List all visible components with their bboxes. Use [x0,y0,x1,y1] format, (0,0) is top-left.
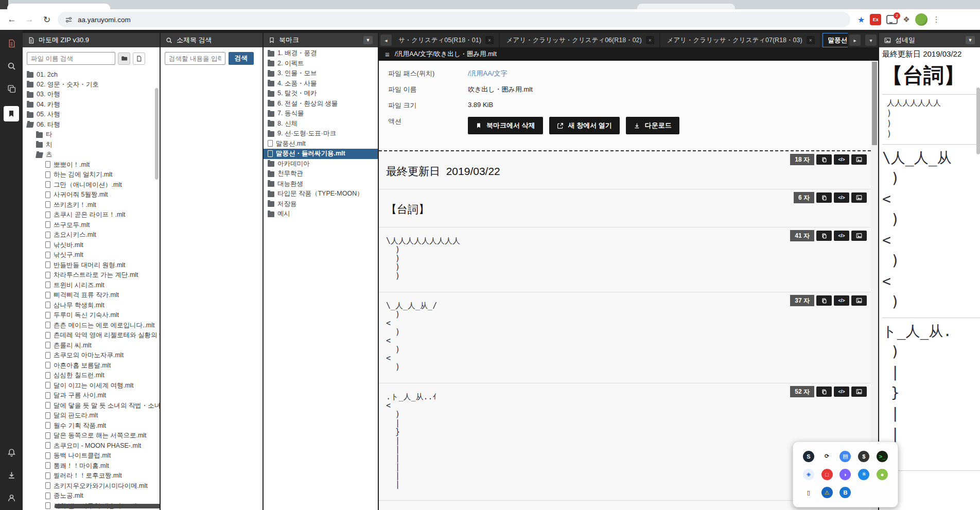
tree-row[interactable]: 낚싯바.mlt [23,240,160,251]
file-filter-button[interactable] [133,52,145,65]
tree-row[interactable]: 두루미 독신 기숙사.mlt [23,310,160,321]
tab-close-icon[interactable]: × [807,36,815,44]
tree-row[interactable]: 달의 판도라.mlt [23,411,160,421]
tray-icon[interactable]: S [803,451,814,462]
bookmark-row[interactable]: 예시 [264,209,378,219]
back-button[interactable]: ← [5,13,19,26]
aa-tab[interactable]: メアリ・クラリッサ・クリスティ06(R18・02) × [501,33,660,47]
folder-filter-button[interactable] [118,52,130,65]
address-bar[interactable]: aa.yaruyomi.com [58,12,850,27]
forward-button[interactable]: → [23,13,36,26]
tree-row[interactable]: 츠 [23,150,160,160]
tree-row[interactable]: 아흔아홉 보름달.mlt [23,361,160,371]
chat-extension-icon[interactable]: 2 [886,15,898,24]
tree-row[interactable]: 치 [23,140,160,150]
tree-row[interactable]: 하는 김에 얼치기.mlt [23,170,160,180]
zip-horizontal-scrollbar[interactable] [55,504,160,508]
tray-icon[interactable]: ▯ [803,487,814,498]
extensions-puzzle-icon[interactable]: ❖ [903,15,909,24]
browser-tab-active[interactable] [7,4,110,9]
tree-row[interactable]: 찔러라！！로후코짱.mlt [23,471,160,481]
tree-row[interactable]: 03. 아행 [23,90,160,100]
tray-icon[interactable]: $ [858,451,869,462]
copy-button[interactable] [816,192,832,203]
image-export-button[interactable] [851,154,867,165]
tree-row[interactable]: 심심한 칠드런.mlt [23,371,160,381]
tab-close-icon[interactable]: × [485,36,494,44]
delete-bookmark-button[interactable]: 북마크에서 삭제 [468,117,543,134]
image-export-button[interactable] [851,386,867,397]
tree-row[interactable]: 삼나무 학생회.mlt [23,301,160,311]
tree-row[interactable]: 01. 2ch [23,69,160,80]
file-name-search-input[interactable] [27,52,115,65]
ex-extension-icon[interactable]: Ex [870,14,881,25]
tree-row[interactable]: 동백 나이트클럽.mlt [23,451,160,461]
thumbnail-block[interactable]: 人人人人人人人 ) ) ) [882,95,980,145]
bookmark-row[interactable]: 2. 이펙트 [264,59,378,69]
bookmark-row[interactable]: 5. 탈것・메카 [264,89,378,99]
thumbnail-block[interactable]: \人_人_从 ) < ) < ) < ) [882,145,980,318]
tree-row[interactable]: 트윈비 시리즈.mlt [23,280,160,291]
bookmark-row[interactable]: 6. 전설・환상의 생물 [264,99,378,109]
list-menu-icon[interactable]: ≡ [385,50,390,59]
bookmark-view-icon[interactable] [4,106,19,121]
bookmark-row[interactable]: 8. 신체 [264,119,378,129]
subtitle-search-input[interactable] [165,52,225,65]
aa-tab[interactable]: サ・クリスティ05(R18・01) × [393,33,500,47]
tree-row[interactable]: 낚싯구.mlt [23,250,160,260]
code-view-button[interactable]: </> [834,192,849,203]
bookmark-row[interactable]: 저장용 [264,199,378,209]
bookmark-row[interactable]: 아카데미아 [264,159,378,169]
bookmark-row[interactable]: 타입문 작품（TYPE-MOON） [264,189,378,199]
tree-row[interactable]: 그만（애니메이션）.mlt [23,180,160,190]
code-view-button[interactable]: </> [834,386,849,397]
tree-row[interactable]: 타 [23,130,160,140]
tray-icon[interactable]: ◈ [803,469,814,480]
tree-row[interactable]: 종노공.mlt [23,491,160,501]
copy-button[interactable] [816,386,832,397]
downloads-icon[interactable] [6,470,16,480]
tree-row[interactable]: 달과 구름 사이.mlt [23,391,160,401]
aa-tab[interactable]: メアリ・クラリッサ・クリスティ07(R18・03) × [662,33,821,47]
tree-row[interactable]: 삐걱삐걱 표류 작가.mlt [23,290,160,301]
tree-row[interactable]: 츤츤 메이드는 에로 에로입니다..mlt [23,321,160,331]
copy-button[interactable] [816,154,832,165]
subtitle-search-button[interactable]: 검색 [229,52,254,65]
menu-kebab-icon[interactable]: ⋮ [933,15,940,24]
profile-avatar[interactable] [915,13,927,26]
archive-file-icon[interactable] [6,38,16,48]
tree-row[interactable]: 06. 타행 [23,120,160,130]
tree-row[interactable]: 츠쿠모의 아마노자쿠.mlt [23,350,160,361]
download-button[interactable]: 다운로드 [626,117,679,134]
zip-vertical-scrollbar[interactable] [155,88,159,180]
bookmark-row[interactable]: 9. 선·도형·도표·마크 [264,129,378,139]
bookmark-row[interactable]: 1. 배경・풍경 [264,48,378,59]
image-export-button[interactable] [851,231,867,241]
bookmark-star-icon[interactable]: ★ [857,15,865,25]
tray-icon[interactable]: ✳ [858,469,869,480]
bookmark-row[interactable]: 말풍선・둘러싸기용.mlt [264,149,378,159]
tree-row[interactable]: 츤데레 악역 영애 리젤로테와 실황의 엔 [23,330,160,341]
bookmark-dropdown-button[interactable]: ▼ [363,36,373,44]
reload-button[interactable]: ↻ [40,13,54,26]
tray-icon[interactable]: ⟳ [821,451,833,462]
aa-tab[interactable]: 말풍선・둘러싸기용 × [822,33,848,47]
tree-row[interactable]: 달이 이끄는 이세계 여행.mlt [23,381,160,391]
tree-row[interactable]: 츤롤리 씨.mlt [23,341,160,351]
bookmark-row[interactable]: 3. 인물・모브 [264,68,378,79]
tray-icon[interactable]: ▤ [839,451,851,462]
code-view-button[interactable]: </> [834,231,849,241]
browser-tab-other[interactable] [637,4,735,9]
tabs-dropdown-button[interactable]: ▾ [865,34,877,46]
tree-row[interactable]: 츠쿠요미 - MOON PHASE-.mlt [23,441,160,451]
tabs-scroll-left-button[interactable]: ◂ [380,34,392,46]
bookmark-row[interactable]: 천무학관 [264,169,378,179]
tree-row[interactable]: 04. 카행 [23,100,160,110]
tray-icon[interactable]: B [839,487,851,498]
tree-row[interactable]: 뽀뽀이！.mlt [23,160,160,170]
tree-row[interactable]: 쓰구모두.mlt [23,220,160,231]
tree-row[interactable]: 쓰키츠키！.mlt [23,200,160,210]
image-export-button[interactable] [851,295,867,306]
search-icon[interactable] [6,61,16,71]
thumbnail-block[interactable]: 【台詞】 [882,59,980,95]
